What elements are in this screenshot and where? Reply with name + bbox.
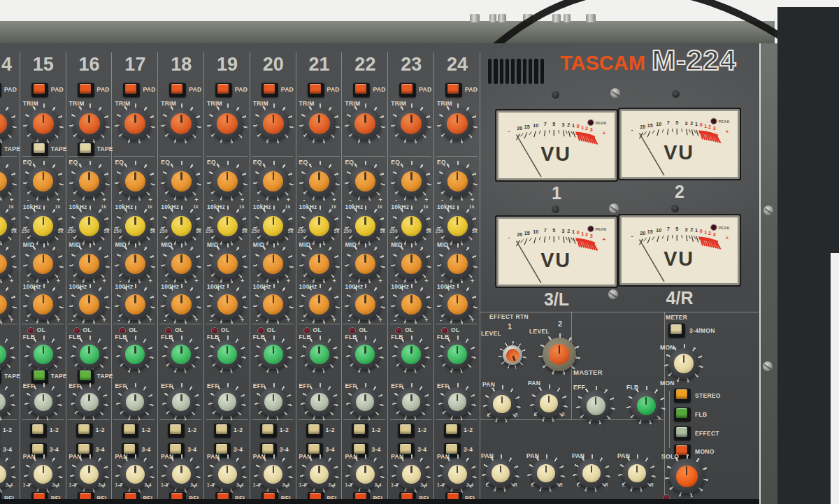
eq-mid-knob[interactable] — [73, 247, 106, 280]
pad-button[interactable] — [215, 82, 232, 97]
eq-low-knob[interactable] — [257, 287, 290, 321]
flb-knob[interactable] — [304, 339, 335, 370]
eq-freq-knob[interactable] — [73, 209, 106, 243]
pad-button[interactable] — [261, 82, 278, 97]
assign-1-2-button[interactable] — [352, 423, 368, 438]
flb-knob[interactable] — [166, 339, 196, 370]
eq-mid-knob[interactable] — [118, 247, 152, 280]
eq-low-knob[interactable] — [164, 287, 198, 321]
effect-rtn-pan1-knob[interactable] — [487, 389, 517, 419]
master-flb-knob[interactable] — [630, 389, 662, 422]
assign-1-2-button[interactable] — [398, 423, 415, 438]
eff-knob[interactable] — [304, 387, 335, 417]
eq-low-knob[interactable] — [303, 287, 336, 321]
eq-freq-knob[interactable] — [210, 209, 244, 243]
group-pan-3-knob[interactable] — [576, 458, 607, 489]
eq-freq-knob[interactable] — [27, 209, 60, 243]
pad-button[interactable] — [308, 82, 324, 97]
eq-freq-knob[interactable] — [257, 209, 290, 243]
assign-1-2-button[interactable] — [260, 423, 277, 438]
eq-hi-knob[interactable] — [257, 164, 290, 198]
flb-knob[interactable] — [212, 339, 243, 370]
eff-knob[interactable] — [212, 387, 243, 417]
eq-low-knob[interactable] — [0, 287, 13, 321]
eq-low-knob[interactable] — [210, 287, 244, 321]
eq-low-knob[interactable] — [440, 287, 474, 321]
eff-knob[interactable] — [166, 387, 196, 417]
eff-knob[interactable] — [28, 387, 59, 417]
eq-hi-knob[interactable] — [73, 164, 106, 198]
mon-effect-button[interactable] — [674, 426, 691, 440]
trim-knob[interactable] — [0, 107, 13, 141]
trim-knob[interactable] — [257, 107, 290, 141]
eq-hi-knob[interactable] — [27, 164, 60, 198]
assign-1-2-button[interactable] — [168, 423, 185, 438]
eq-hi-knob[interactable] — [303, 164, 336, 198]
master-eff-knob[interactable] — [580, 389, 612, 422]
trim-knob[interactable] — [27, 107, 60, 141]
effect-rtn-level1-knob[interactable] — [502, 345, 523, 366]
assign-1-2-button[interactable] — [76, 423, 93, 438]
tape-button[interactable] — [0, 142, 1, 157]
eq-hi-knob[interactable] — [164, 164, 198, 198]
eq-mid-knob[interactable] — [257, 247, 290, 280]
effect-rtn-level2-knob[interactable] — [542, 337, 577, 372]
assign-1-2-button[interactable] — [30, 423, 47, 438]
trim-knob[interactable] — [210, 107, 244, 141]
flb-knob[interactable] — [258, 339, 289, 370]
eq-hi-knob[interactable] — [394, 164, 428, 198]
flb-knob[interactable] — [74, 339, 105, 370]
eq-hi-knob[interactable] — [348, 164, 382, 198]
trim-knob[interactable] — [394, 107, 428, 141]
tape-monitor-button[interactable] — [31, 369, 48, 384]
group-pan-2-knob[interactable] — [531, 458, 561, 489]
eq-mid-knob[interactable] — [394, 247, 428, 280]
tape-monitor-button[interactable] — [0, 369, 1, 384]
eq-mid-knob[interactable] — [164, 247, 198, 280]
assign-1-2-button[interactable] — [306, 423, 323, 438]
assign-1-2-button[interactable] — [214, 423, 231, 438]
eq-mid-knob[interactable] — [210, 247, 244, 280]
eff-knob[interactable] — [258, 387, 289, 417]
eq-freq-knob[interactable] — [440, 209, 474, 243]
flb-knob[interactable] — [0, 339, 12, 370]
pad-button[interactable] — [0, 82, 1, 97]
mon-level-knob[interactable] — [668, 347, 700, 380]
eq-low-knob[interactable] — [73, 287, 106, 321]
pad-button[interactable] — [78, 82, 94, 97]
eff-knob[interactable] — [0, 387, 12, 417]
eq-low-knob[interactable] — [118, 287, 152, 321]
tape-button[interactable] — [78, 142, 94, 157]
tape-monitor-button[interactable] — [78, 369, 94, 384]
eq-mid-knob[interactable] — [440, 247, 474, 280]
assign-1-2-button[interactable] — [122, 423, 138, 438]
eq-freq-knob[interactable] — [394, 209, 428, 243]
eq-mid-knob[interactable] — [27, 247, 60, 280]
eff-knob[interactable] — [442, 387, 473, 417]
eq-mid-knob[interactable] — [348, 247, 382, 280]
assign-1-2-button[interactable] — [444, 423, 461, 438]
eq-mid-knob[interactable] — [0, 247, 13, 280]
trim-knob[interactable] — [164, 107, 198, 141]
eff-knob[interactable] — [120, 387, 150, 417]
group-pan-4-knob[interactable] — [622, 458, 652, 489]
eq-freq-knob[interactable] — [348, 209, 382, 243]
eq-low-knob[interactable] — [394, 287, 428, 321]
mon-stereo-button[interactable] — [674, 388, 691, 403]
trim-knob[interactable] — [303, 107, 336, 141]
eq-hi-knob[interactable] — [440, 164, 474, 198]
flb-knob[interactable] — [28, 339, 59, 370]
flb-knob[interactable] — [350, 339, 380, 370]
eq-mid-knob[interactable] — [303, 247, 336, 280]
meter-mode-button[interactable] — [668, 323, 685, 338]
group-pan-1-knob[interactable] — [485, 458, 516, 489]
eq-hi-knob[interactable] — [0, 164, 13, 198]
eq-freq-knob[interactable] — [303, 209, 336, 243]
trim-knob[interactable] — [440, 107, 474, 141]
eff-knob[interactable] — [396, 387, 426, 417]
mon-flb-button[interactable] — [674, 407, 691, 422]
pad-button[interactable] — [399, 82, 416, 97]
pad-button[interactable] — [445, 82, 462, 97]
eq-freq-knob[interactable] — [118, 209, 152, 243]
trim-knob[interactable] — [348, 107, 382, 141]
